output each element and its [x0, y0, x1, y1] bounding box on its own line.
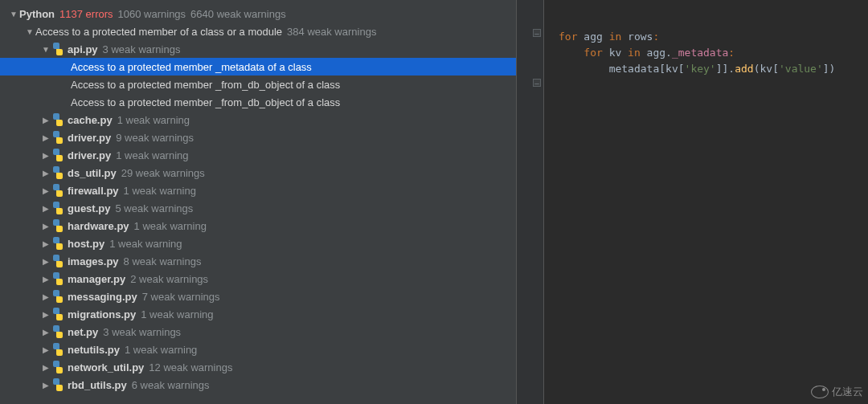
issue-text: Access to a protected member _from_db_ob… — [71, 79, 340, 91]
file-weak-count: 2 weak warnings — [130, 273, 208, 285]
issue-text: Access to a protected member _metadata o… — [71, 61, 312, 73]
code-editor[interactable]: for agg in rows: for kv in agg._metadata… — [544, 0, 868, 404]
file-row[interactable]: hardware.py1 weak warning — [0, 217, 516, 235]
issue-row[interactable]: Access to a protected member _from_db_ob… — [0, 75, 516, 93]
chevron-down-icon[interactable] — [8, 10, 19, 18]
warning-count: 1060 warnings — [118, 8, 186, 20]
issue-row[interactable]: Access to a protected member _from_db_ob… — [0, 93, 516, 111]
file-weak-count: 1 weak warning — [109, 238, 182, 250]
chevron-right-icon[interactable] — [40, 363, 51, 372]
python-file-icon — [51, 272, 64, 285]
chevron-right-icon[interactable] — [40, 381, 51, 390]
fold-marker-icon[interactable]: − — [533, 79, 541, 87]
issue-text: Access to a protected member _from_db_ob… — [71, 96, 340, 108]
file-name: images.py — [68, 255, 119, 267]
file-row[interactable]: guest.py5 weak warnings — [0, 199, 516, 217]
watermark-text: 亿速云 — [832, 385, 863, 399]
python-file-icon — [51, 378, 64, 391]
python-file-icon — [51, 113, 64, 126]
file-name: driver.py — [68, 149, 111, 161]
python-file-icon — [51, 308, 64, 320]
file-row[interactable]: cache.py1 weak warning — [0, 111, 516, 129]
inspection-results-panel: Python 1137 errors 1060 warnings 6640 we… — [0, 0, 516, 404]
chevron-right-icon[interactable] — [40, 239, 51, 248]
chevron-right-icon[interactable] — [40, 257, 51, 266]
chevron-right-icon[interactable] — [40, 116, 51, 124]
language-label: Python — [19, 8, 55, 20]
python-file-icon — [51, 166, 64, 179]
fold-marker-icon[interactable]: − — [533, 29, 541, 37]
file-weak-count: 1 weak warning — [125, 344, 197, 356]
file-name: netutils.py — [68, 344, 120, 356]
chevron-right-icon[interactable] — [40, 310, 51, 319]
chevron-right-icon[interactable] — [40, 151, 51, 160]
python-file-icon — [51, 184, 64, 197]
editor-gutter: − − — [517, 0, 544, 404]
file-row[interactable]: network_util.py12 weak warnings — [0, 358, 516, 376]
watermark: 亿速云 — [811, 385, 863, 399]
file-name: cache.py — [68, 114, 113, 126]
file-weak-count: 6 weak warnings — [132, 379, 210, 391]
file-weak-count: 29 weak warnings — [121, 167, 205, 179]
file-row[interactable]: net.py3 weak warnings — [0, 323, 516, 341]
python-file-icon — [51, 343, 64, 356]
code-line: for agg in rows: — [559, 29, 868, 45]
file-row[interactable]: driver.py1 weak warning — [0, 146, 516, 164]
code-line: metadata[kv['key']].add(kv['value']) — [559, 61, 868, 77]
file-row[interactable]: rbd_utils.py6 weak warnings — [0, 376, 516, 394]
chevron-right-icon[interactable] — [40, 169, 51, 178]
file-weak-count: 7 weak warnings — [142, 291, 220, 303]
file-row-api[interactable]: api.py 3 weak warnings — [0, 40, 516, 58]
file-weak-count: 1 weak warning — [141, 308, 213, 320]
file-name: migrations.py — [68, 308, 136, 320]
python-file-icon — [51, 290, 64, 303]
python-file-icon — [51, 237, 64, 250]
file-name: api.py — [68, 43, 98, 55]
file-weak-count: 1 weak warning — [116, 149, 188, 161]
python-file-icon — [51, 202, 64, 214]
file-list-container: cache.py1 weak warningdriver.py9 weak wa… — [0, 111, 516, 394]
python-file-icon — [51, 219, 64, 232]
file-name: messaging.py — [68, 291, 137, 303]
inspection-group-row[interactable]: Access to a protected member of a class … — [0, 22, 516, 40]
file-weak-count: 5 weak warnings — [115, 202, 193, 214]
python-file-icon — [51, 255, 64, 267]
file-row[interactable]: netutils.py1 weak warning — [0, 341, 516, 358]
file-weak-count: 3 weak warnings — [103, 326, 181, 338]
chevron-right-icon[interactable] — [40, 133, 51, 142]
file-row[interactable]: driver.py9 weak warnings — [0, 129, 516, 146]
file-weak-count: 12 weak warnings — [149, 361, 232, 373]
chevron-right-icon[interactable] — [40, 328, 51, 337]
file-row[interactable]: host.py1 weak warning — [0, 235, 516, 252]
file-weak-count: 1 weak warning — [117, 114, 190, 126]
file-name: ds_util.py — [68, 167, 117, 179]
python-file-icon — [51, 149, 64, 161]
chevron-down-icon[interactable] — [40, 45, 51, 54]
chevron-right-icon[interactable] — [40, 186, 51, 195]
cloud-logo-icon — [811, 386, 829, 398]
chevron-right-icon[interactable] — [40, 275, 51, 284]
issue-row[interactable]: Access to a protected member _metadata o… — [0, 58, 516, 75]
file-row[interactable]: images.py8 weak warnings — [0, 252, 516, 270]
chevron-right-icon[interactable] — [40, 222, 51, 231]
file-weak-count: 9 weak warnings — [116, 132, 194, 144]
inspection-root-row[interactable]: Python 1137 errors 1060 warnings 6640 we… — [0, 5, 516, 22]
error-count: 1137 errors — [59, 8, 113, 20]
file-row[interactable]: ds_util.py29 weak warnings — [0, 164, 516, 182]
chevron-right-icon[interactable] — [40, 292, 51, 301]
chevron-down-icon[interactable] — [24, 27, 35, 36]
file-name: network_util.py — [68, 361, 144, 373]
group-title: Access to a protected member of a class … — [35, 26, 282, 38]
python-file-icon — [51, 361, 64, 373]
file-row[interactable]: messaging.py7 weak warnings — [0, 288, 516, 305]
file-row[interactable]: migrations.py1 weak warning — [0, 305, 516, 323]
file-weak-count: 1 weak warning — [134, 220, 207, 232]
file-row[interactable]: firewall.py1 weak warning — [0, 182, 516, 199]
chevron-right-icon[interactable] — [40, 204, 51, 213]
weak-warning-count: 6640 weak warnings — [190, 8, 286, 20]
python-file-icon — [51, 43, 64, 55]
file-name: rbd_utils.py — [68, 379, 127, 391]
file-name: hardware.py — [68, 220, 129, 232]
file-row[interactable]: manager.py2 weak warnings — [0, 270, 516, 288]
chevron-right-icon[interactable] — [40, 345, 51, 354]
